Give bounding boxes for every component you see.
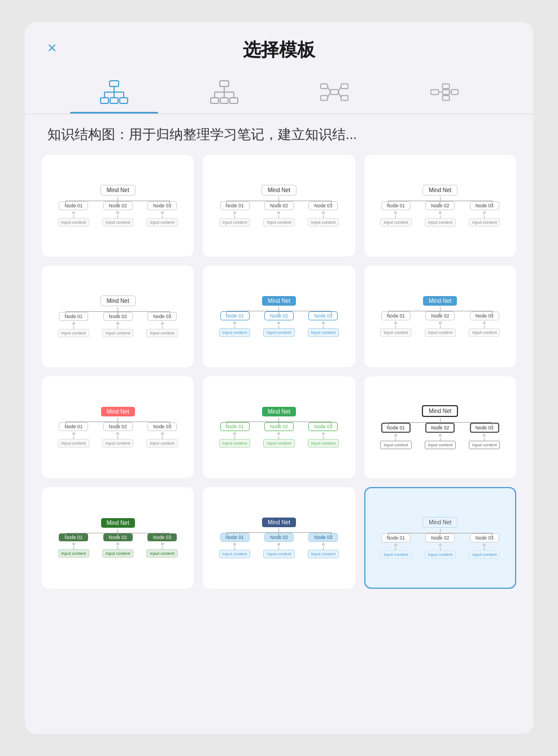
diagram: Mind Net Node 01 In xyxy=(373,296,507,337)
svg-rect-30 xyxy=(442,95,449,101)
tab-2-icon xyxy=(210,80,239,107)
template-grid: Mind Net Node 01 In xyxy=(25,155,533,589)
svg-rect-18 xyxy=(330,90,338,95)
modal-title: 选择模板 xyxy=(243,38,315,63)
template-card-t8[interactable]: Mind Net Node 01 In xyxy=(203,376,355,478)
template-card-t1[interactable]: Mind Net Node 01 In xyxy=(42,155,194,257)
svg-rect-21 xyxy=(341,84,348,89)
svg-rect-27 xyxy=(430,90,438,95)
tab-1-icon xyxy=(99,80,129,107)
diagram: Mind Net Node 01 In xyxy=(212,296,346,337)
template-card-t4[interactable]: Mind Net Node 01 In xyxy=(42,266,194,367)
diagram: Mind Net Node 01 In xyxy=(373,185,507,227)
svg-rect-31 xyxy=(451,90,458,95)
tab-4[interactable] xyxy=(389,80,499,114)
template-card-t5[interactable]: Mind Net Node 01 In xyxy=(203,266,355,367)
template-card-t10[interactable]: Mind Net Node 01 In xyxy=(42,487,194,589)
close-button[interactable]: × xyxy=(47,40,56,56)
modal: × 选择模板 xyxy=(25,22,533,734)
diagram: Mind Net Node 01 In xyxy=(373,517,507,559)
svg-rect-0 xyxy=(110,81,119,86)
svg-line-25 xyxy=(338,86,341,92)
template-card-t12[interactable]: Mind Net Node 01 In xyxy=(364,487,516,589)
template-card-t11[interactable]: Mind Net Node 01 In xyxy=(203,487,355,589)
svg-line-26 xyxy=(338,92,341,98)
svg-rect-22 xyxy=(341,95,348,101)
tab-3-icon xyxy=(320,80,349,107)
svg-line-23 xyxy=(327,86,330,92)
svg-rect-20 xyxy=(320,95,327,101)
template-card-t7[interactable]: Mind Net Node 01 In xyxy=(42,376,194,478)
svg-rect-1 xyxy=(101,98,108,103)
svg-rect-3 xyxy=(120,98,128,103)
svg-line-24 xyxy=(327,92,330,98)
tab-1[interactable] xyxy=(59,80,169,114)
diagram: Mind Net Node 01 In xyxy=(51,407,185,447)
svg-rect-11 xyxy=(220,98,228,103)
svg-rect-12 xyxy=(230,98,238,103)
diagram: Mind Net Node 01 In xyxy=(212,185,346,227)
description-text: 知识结构图：用于归纳整理学习笔记，建立知识结... xyxy=(25,125,533,155)
template-card-t2[interactable]: Mind Net Node 01 In xyxy=(203,155,355,257)
template-card-t6[interactable]: Mind Net Node 01 In xyxy=(364,266,516,367)
tab-3[interactable] xyxy=(279,80,389,114)
tab-2[interactable] xyxy=(169,80,279,114)
diagram: Mind Net Node 01 In xyxy=(51,185,185,227)
svg-rect-19 xyxy=(320,84,327,89)
svg-rect-9 xyxy=(220,81,229,86)
header: × 选择模板 xyxy=(25,22,533,74)
diagram: Mind Net Node 01 In xyxy=(51,518,185,558)
tab-bar xyxy=(25,74,533,114)
template-card-t9[interactable]: Mind Net Node 01 In xyxy=(364,376,516,478)
svg-rect-2 xyxy=(110,98,118,103)
svg-rect-10 xyxy=(211,98,219,103)
svg-rect-29 xyxy=(442,90,449,95)
diagram: Mind Net Node 01 In xyxy=(51,296,185,337)
diagram: Mind Net Node 01 In xyxy=(212,518,346,558)
diagram: Mind Net Node 01 In xyxy=(373,405,507,449)
template-card-t3[interactable]: Mind Net Node 01 In xyxy=(364,155,516,257)
tab-4-icon xyxy=(430,80,459,107)
diagram: Mind Net Node 01 In xyxy=(212,407,346,447)
svg-rect-28 xyxy=(442,84,449,89)
